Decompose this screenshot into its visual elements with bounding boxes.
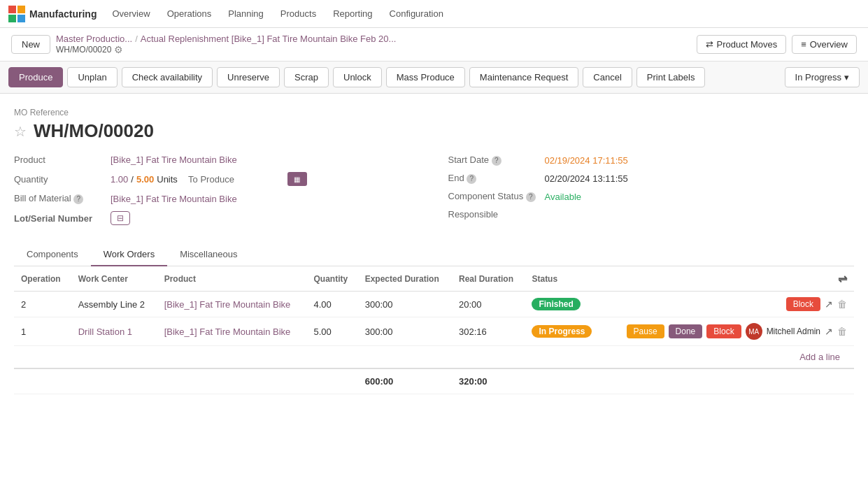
breadcrumb-parent[interactable]: Master Productio... — [56, 34, 132, 44]
row2-pause-button[interactable]: Pause — [627, 324, 664, 338]
col-work-center: Work Center — [71, 266, 157, 292]
row1-delete-icon[interactable]: 🗑 — [837, 299, 847, 310]
table-row: 2 Assembly Line 2 [Bike_1] Fat Tire Moun… — [14, 292, 854, 317]
nav-configuration[interactable]: Configuration — [383, 6, 450, 22]
row1-block-button[interactable]: Block — [786, 297, 820, 311]
responsible-label: Responsible — [448, 209, 539, 220]
product-value[interactable]: [Bike_1] Fat Tire Mountain Bike — [111, 155, 237, 165]
bom-label: Bill of Material ? — [14, 193, 105, 204]
quantity-row: Quantity 1.00 / 5.00 Units To Produce ▦ — [14, 172, 420, 186]
settings-icon[interactable]: ⚙ — [114, 44, 123, 55]
row1-operation: 2 — [14, 292, 71, 317]
col-operation: Operation — [14, 266, 71, 292]
row2-block-button[interactable]: Block — [706, 324, 741, 338]
lot-serial-row: Lot/Serial Number ⊟ — [14, 211, 420, 225]
end-date-row: End ? 02/20/2024 13:11:55 — [448, 173, 855, 184]
row2-actions: Pause Done Block MA Mitchell Admin ↗ 🗑 — [611, 323, 847, 340]
adjust-columns-icon[interactable]: ⇌ — [838, 273, 847, 285]
row1-expected-duration: 300:00 — [358, 292, 452, 317]
col-status: Status — [525, 266, 604, 292]
form-left: Product [Bike_1] Fat Tire Mountain Bike … — [14, 155, 420, 232]
row2-status-badge: In Progress — [532, 325, 592, 338]
row2-expected-duration: 300:00 — [358, 317, 452, 346]
row1-work-center: Assembly Line 2 — [71, 292, 157, 317]
mo-number: WH/MO/00020 — [34, 120, 154, 142]
component-status-row: Component Status ? Available — [448, 191, 855, 202]
svg-rect-3 — [17, 15, 25, 22]
qty-unit: Units — [157, 174, 178, 185]
main-content: MO Reference ☆ WH/MO/00020 Product [Bike… — [0, 94, 868, 394]
breadcrumb-current[interactable]: Actual Replenishment [Bike_1] Fat Tire M… — [141, 34, 397, 44]
row1-quantity: 4.00 — [307, 292, 358, 317]
product-row: Product [Bike_1] Fat Tire Mountain Bike — [14, 155, 420, 165]
avatar: MA — [746, 323, 762, 340]
svg-rect-1 — [17, 6, 25, 13]
row2-work-center-link[interactable]: Drill Station 1 — [78, 327, 132, 337]
col-expected-duration: Expected Duration — [358, 266, 452, 292]
start-date-row: Start Date ? 02/19/2024 17:11:55 — [448, 155, 855, 166]
maintenance-request-button[interactable]: Maintenance Request — [469, 67, 578, 87]
row2-product-link[interactable]: [Bike_1] Fat Tire Mountain Bike — [164, 327, 291, 337]
nav-products[interactable]: Products — [273, 6, 323, 22]
produce-button[interactable]: Produce — [8, 67, 63, 87]
mo-title-row: ☆ WH/MO/00020 — [14, 120, 854, 142]
status-dropdown[interactable]: In Progress ▾ — [785, 67, 860, 87]
check-availability-button[interactable]: Check availability — [122, 67, 213, 87]
print-labels-button[interactable]: Print Labels — [636, 67, 706, 87]
mass-produce-button[interactable]: Mass Produce — [386, 67, 465, 87]
nav-operations[interactable]: Operations — [160, 6, 219, 22]
row1-real-duration: 20:00 — [452, 292, 525, 317]
unplan-button[interactable]: Unplan — [67, 67, 117, 87]
row2-open-icon[interactable]: ↗ — [825, 326, 833, 337]
col-real-duration: Real Duration — [452, 266, 525, 292]
bom-row: Bill of Material ? [Bike_1] Fat Tire Mou… — [14, 193, 420, 204]
form-right: Start Date ? 02/19/2024 17:11:55 End ? 0… — [448, 155, 855, 232]
product-moves-button[interactable]: ⇄ Product Moves — [697, 35, 787, 54]
status-label: In Progress — [795, 72, 841, 82]
row2-responsible-name: Mitchell Admin — [767, 327, 820, 336]
overview-icon: ≡ — [801, 39, 806, 50]
toolbar: Produce Unplan Check availability Unrese… — [0, 62, 868, 94]
overview-button[interactable]: ≡ Overview — [792, 35, 857, 54]
product-moves-label: Product Moves — [717, 39, 778, 50]
add-line-button[interactable]: Add a line — [792, 346, 847, 368]
mo-code-row: WH/MO/00020 ⚙ — [56, 44, 396, 55]
scrap-button[interactable]: Scrap — [284, 67, 329, 87]
qty-separator: / — [131, 174, 134, 185]
nav-planning[interactable]: Planning — [221, 6, 271, 22]
nav-overview[interactable]: Overview — [105, 6, 157, 22]
bom-value[interactable]: [Bike_1] Fat Tire Mountain Bike — [111, 194, 237, 204]
scan-button[interactable]: ⊟ — [111, 211, 130, 225]
sub-header: New Master Productio... / Actual Repleni… — [0, 28, 868, 62]
unreserve-button[interactable]: Unreserve — [217, 67, 280, 87]
chevron-down-icon: ▾ — [844, 72, 849, 82]
nav-reporting[interactable]: Reporting — [326, 6, 379, 22]
component-status-label: Component Status ? — [448, 191, 539, 202]
sub-header-left: New Master Productio... / Actual Repleni… — [11, 34, 396, 55]
quantity-display: 1.00 / 5.00 Units To Produce ▦ — [111, 172, 307, 186]
tab-bar: Components Work Orders Miscellaneous — [14, 243, 854, 266]
barcode-icon: ⊟ — [117, 213, 124, 223]
tab-components[interactable]: Components — [14, 243, 91, 266]
row1-open-icon[interactable]: ↗ — [825, 299, 833, 310]
qty-total: 5.00 — [136, 174, 154, 185]
form-fields: Product [Bike_1] Fat Tire Mountain Bike … — [14, 155, 854, 232]
logo-icon — [8, 6, 25, 22]
row1-product-link[interactable]: [Bike_1] Fat Tire Mountain Bike — [164, 299, 291, 310]
new-button[interactable]: New — [11, 35, 50, 54]
real-total: 320:00 — [452, 368, 525, 394]
tab-work-orders[interactable]: Work Orders — [91, 243, 167, 266]
end-value: 02/20/2024 13:11:55 — [545, 173, 628, 184]
tab-miscellaneous[interactable]: Miscellaneous — [167, 243, 250, 266]
row1-status: Finished — [525, 292, 604, 317]
row2-quantity: 5.00 — [307, 317, 358, 346]
expected-total: 600:00 — [358, 368, 452, 394]
unlock-button[interactable]: Unlock — [333, 67, 382, 87]
row2-done-button[interactable]: Done — [669, 324, 703, 338]
row2-delete-icon[interactable]: 🗑 — [837, 326, 847, 337]
favorite-star-icon[interactable]: ☆ — [14, 123, 27, 140]
table-footer: 600:00 320:00 — [14, 368, 854, 394]
row2-work-center: Drill Station 1 — [71, 317, 157, 346]
chart-icon[interactable]: ▦ — [287, 172, 307, 186]
cancel-button[interactable]: Cancel — [583, 67, 632, 87]
